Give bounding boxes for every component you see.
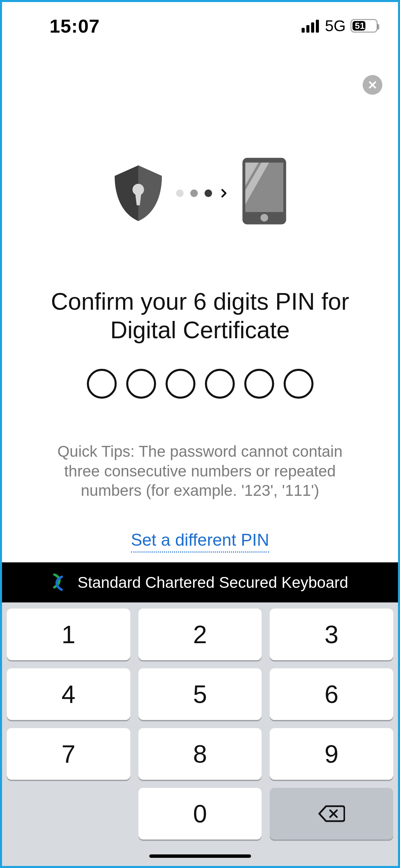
- pin-dot: [166, 369, 195, 399]
- sc-logo-icon: [52, 574, 64, 591]
- status-time: 15:07: [50, 15, 100, 37]
- key-7[interactable]: 7: [7, 728, 130, 780]
- shield-lock-icon: [112, 164, 165, 222]
- key-9[interactable]: 9: [270, 728, 393, 780]
- key-5[interactable]: 5: [138, 668, 262, 720]
- network-label: 5G: [325, 17, 346, 35]
- home-indicator[interactable]: [149, 854, 251, 858]
- pin-dot: [87, 369, 117, 399]
- chevron-right-icon: [219, 188, 229, 198]
- pin-dot: [284, 369, 313, 399]
- svg-point-3: [261, 214, 268, 221]
- pin-dot: [205, 369, 235, 399]
- close-icon: [368, 80, 377, 90]
- transfer-dots-icon: [176, 188, 229, 198]
- status-right: 5G 51: [302, 17, 378, 35]
- pin-dot: [244, 369, 274, 399]
- keyboard-header: Standard Chartered Secured Keyboard: [2, 562, 398, 602]
- backspace-icon: [318, 805, 345, 822]
- phone-icon: [241, 157, 288, 226]
- tips-text: Quick Tips: The password cannot contain …: [2, 442, 398, 501]
- pin-input[interactable]: [2, 369, 398, 399]
- key-backspace[interactable]: [270, 788, 393, 839]
- key-3[interactable]: 3: [270, 609, 393, 660]
- key-2[interactable]: 2: [138, 609, 262, 660]
- key-blank: [7, 788, 130, 839]
- close-button[interactable]: [363, 75, 382, 95]
- key-0[interactable]: 0: [138, 788, 262, 839]
- keyboard-header-label: Standard Chartered Secured Keyboard: [78, 573, 348, 592]
- key-1[interactable]: 1: [7, 609, 130, 660]
- battery-percent: 51: [351, 21, 377, 31]
- key-8[interactable]: 8: [138, 728, 262, 780]
- signal-icon: [302, 19, 319, 33]
- battery-icon: 51: [350, 19, 378, 33]
- keypad: 1 2 3 4 5 6 7 8 9 0: [2, 602, 398, 866]
- key-6[interactable]: 6: [270, 668, 393, 720]
- set-different-pin-link[interactable]: Set a different PIN: [2, 530, 398, 550]
- page-title: Confirm your 6 digits PIN for Digital Ce…: [2, 287, 398, 344]
- key-4[interactable]: 4: [7, 668, 130, 720]
- pin-dot: [126, 369, 156, 399]
- status-bar: 15:07 5G 51: [2, 2, 398, 50]
- screen: 15:07 5G 51: [0, 0, 400, 868]
- set-different-pin-label: Set a different PIN: [131, 530, 269, 553]
- illustration: [2, 160, 398, 226]
